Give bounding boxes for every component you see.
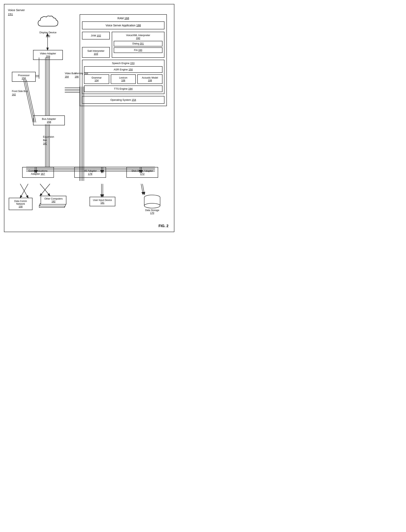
data-comm-number: 100 [19,205,22,208]
cylinder-icon [142,195,162,208]
display-device-number: 180 [46,34,50,37]
salt-interpreter-box: Salt Interpreter 103 [82,47,110,58]
bus-adapter-number: 158 [47,120,51,123]
io-adapter-label: I/O Adapter [84,169,97,172]
svg-line-38 [20,184,28,198]
ram-text: RAM [117,17,124,20]
memory-bus-label: Memory Bus 166 [75,72,88,79]
fia-number: 193 [138,49,142,52]
svg-point-4 [144,203,160,208]
video-adapter-number: 209 [46,55,50,58]
fia-box: FIA 193 [114,47,162,53]
processor-box: Processor 156 [12,72,36,82]
operating-system-box: Operating System 154 [82,96,165,104]
display-device-label: Display Device 180 [36,31,60,38]
ram-middle-row: JVM 102 Salt Interpreter 103 VoiceXML In… [82,32,165,58]
memory-bus-number: 166 [75,75,79,78]
voice-server-number: 151 [8,12,25,16]
front-side-bus-number: 162 [12,93,16,96]
dialog-number: 201 [140,42,144,45]
tts-engine-box: TTS Engine 194 [84,85,162,92]
vxml-title: VoiceXML Interpreter 192 [114,34,162,40]
diagram-page: Voice Server 151 FIG. 2 RAM 168 Voice Se… [4,4,174,232]
dialog-box: Dialog 201 [114,41,162,46]
os-number: 154 [132,98,136,101]
salt-label: Salt Interpreter [87,49,104,52]
vxml-label: VoiceXML Interpreter [126,34,150,37]
svg-line-18 [24,80,33,122]
data-storage-text: Data Storage [145,209,159,212]
bus-adapter-box: Bus Adapter 158 [33,115,65,125]
bus-adapter-label: Bus Adapter [42,117,56,120]
user-input-number: 181 [101,202,104,204]
acoustic-model-box: Acoustic Model 108 [137,74,162,84]
expansion-bus-number: 160 [43,142,47,145]
user-input-device-box: User Input Device 181 [90,197,115,206]
vsa-number: 188 [136,24,141,27]
voice-server-label: Voice Server 151 [8,8,25,16]
display-device-text: Display Device [39,31,57,34]
ram-label: RAM 168 [82,17,165,20]
voice-server-app-box: Voice Server Application 188 [82,22,165,29]
cloud-icon [36,14,60,30]
comm-adapter-box: Communications Adapter 167 [22,167,54,178]
ram-box: RAM 168 Voice Server Application 188 JVM… [80,14,167,106]
data-storage-number: 170 [150,212,154,214]
dialog-label: Dialog [132,42,139,45]
svg-line-44 [141,184,143,195]
jvm-number: 102 [97,34,101,37]
jvm-box: JVM 102 [82,32,110,39]
lexicon-box: Lexicon 106 [111,74,136,84]
tts-number: 194 [128,87,133,90]
bottom-adapters-row: Communications Adapter 167 I/O Adapter 1… [12,167,168,178]
video-adapter-label: Video Adapter [40,52,56,55]
user-input-label: User Input Device [93,199,112,202]
expansion-bus-label: ExpansionBus160 [43,135,54,145]
voice-server-text: Voice Server [8,8,25,12]
svg-line-40 [40,184,50,196]
front-side-bus-label: Front Side Bus 162 [12,90,28,96]
asr-engine-box: ASR Engine 150 [84,66,162,73]
video-bus-label: Video Bus 164 [65,72,76,79]
vxml-number: 192 [136,37,140,40]
os-label: Operating System [110,98,131,101]
video-bus-number: 164 [65,75,69,78]
data-comm-label: Data Comm Network [14,200,27,205]
other-computers-label: Other Computers [44,197,63,200]
figure-label: FIG. 2 [159,224,168,228]
lexicon-number: 106 [121,79,125,82]
disk-adapter-number: 172 [140,172,145,175]
speech-engine-label: Speech Engine [112,62,129,65]
other-computers-number: 182 [51,200,56,203]
vxml-group: VoiceXML Interpreter 192 Dialog 201 FIA … [112,32,165,58]
speech-engine-number: 153 [130,62,135,65]
grammar-label: Grammar [92,76,102,79]
io-adapter-number: 178 [88,172,92,175]
processor-number: 156 [22,77,26,80]
salt-number: 103 [94,52,98,55]
asr-sub-row: Grammar 104 Lexicon 106 Acoustic Model 1… [84,74,162,84]
data-storage-label: Data Storage 170 [140,209,164,214]
display-device: Display Device 180 [36,14,60,38]
speech-engine-box: Speech Engine 153 ASR Engine 150 Grammar… [82,60,165,94]
jvm-label: JVM [91,34,96,37]
processor-label: Processor [18,74,30,77]
memory-bus-text: Memory Bus [75,72,88,75]
disk-drive-adapter-box: Disk Drive Adapter 172 [126,167,158,178]
data-storage-group: Data Storage 170 [140,195,164,214]
vsa-label: Voice Server Application [106,24,136,27]
fia-label: FIA [134,49,138,52]
tts-label: TTS Engine [114,87,128,90]
acoustic-model-label: Acoustic Model [142,76,158,79]
video-adapter-box: Video Adapter 209 [33,50,63,60]
asr-number: 150 [128,68,133,71]
lexicon-label: Lexicon [119,76,127,79]
data-comm-network-box: Data Comm Network 100 [9,198,32,210]
svg-line-45 [143,184,145,195]
front-side-bus-text: Front Side Bus [12,90,28,93]
expansion-bus-text: ExpansionBus [43,135,54,142]
io-adapter-box: I/O Adapter 178 [74,167,106,178]
speech-engine-title: Speech Engine 153 [84,62,162,65]
svg-line-41 [40,184,50,196]
disk-adapter-label: Disk Drive Adapter [131,169,153,172]
